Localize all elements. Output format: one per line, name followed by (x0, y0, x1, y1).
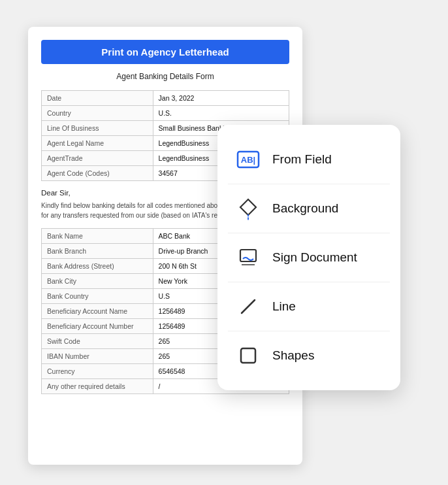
svg-line-6 (242, 300, 255, 313)
sign-document-icon (233, 242, 263, 273)
field-label: Bank Name (42, 229, 153, 244)
svg-marker-2 (240, 199, 256, 215)
field-label: IBAN Number (42, 349, 153, 364)
divider-4 (228, 331, 390, 331)
from-field-label: From Field (272, 152, 332, 167)
document-title: Print on Agency Letterhead (41, 40, 289, 64)
menu-item-background[interactable]: Background (228, 186, 390, 231)
table-row: CountryU.S. (42, 106, 289, 121)
field-label: Bank Branch (42, 244, 153, 259)
field-label: AgentTrade (42, 151, 153, 166)
field-label: Beneficiary Account Number (42, 319, 153, 334)
field-label: Bank Address (Street) (42, 259, 153, 274)
shapes-label: Shapes (272, 348, 314, 363)
line-label: Line (272, 299, 296, 314)
menu-item-sign-document[interactable]: Sign Document (228, 235, 390, 280)
field-label: Line Of Business (42, 121, 153, 136)
divider-1 (228, 184, 390, 184)
field-label: Bank Country (42, 289, 153, 304)
field-label: Agent Legal Name (42, 136, 153, 151)
line-icon (233, 292, 263, 322)
field-value: Jan 3, 2022 (153, 91, 289, 106)
document-subtitle: Agent Banking Details Form (41, 72, 289, 81)
field-label: Country (42, 106, 153, 121)
menu-item-shapes[interactable]: Shapes (228, 333, 390, 378)
field-label: Date (42, 91, 153, 106)
menu-item-from-field[interactable]: AB| From Field (228, 137, 390, 182)
field-label: Bank City (42, 274, 153, 289)
divider-3 (228, 282, 390, 282)
field-label: Beneficiary Account Name (42, 304, 153, 319)
field-label: Currency (42, 364, 153, 379)
svg-text:AB|: AB| (241, 155, 255, 165)
divider-2 (228, 233, 390, 233)
background-label: Background (272, 201, 338, 216)
field-label: Agent Code (Codes) (42, 166, 153, 181)
sign-document-label: Sign Document (272, 250, 357, 265)
background-icon (233, 193, 263, 224)
shapes-icon (233, 341, 263, 371)
field-value: U.S. (153, 106, 289, 121)
svg-rect-7 (241, 348, 255, 363)
menu-item-line[interactable]: Line (228, 284, 390, 329)
field-label: Any other required details (42, 379, 153, 394)
field-label: Swift Code (42, 334, 153, 349)
menu-card: AB| From Field Background (217, 125, 400, 390)
from-field-icon: AB| (233, 144, 263, 175)
table-row: DateJan 3, 2022 (42, 91, 289, 106)
